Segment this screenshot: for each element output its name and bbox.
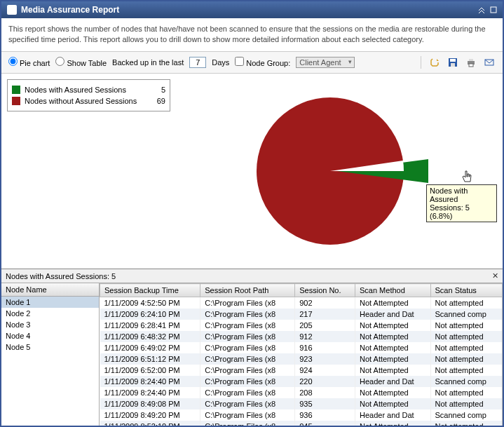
- table-cell: 1/11/2009 8:49:08 PM: [100, 398, 200, 409]
- node-list-header[interactable]: Node Name: [1, 283, 99, 297]
- node-group-select[interactable]: Client Agent: [296, 57, 354, 68]
- table-row[interactable]: 1/11/2009 8:49:20 PMC:\Program Files (x8…: [100, 409, 503, 421]
- maximize-icon[interactable]: [490, 6, 497, 14]
- table-cell: Not attempted: [430, 331, 502, 342]
- table-cell: Not Attempted: [355, 342, 430, 353]
- table-cell: Not Attempted: [355, 398, 430, 409]
- table-cell: 1/11/2009 6:28:41 PM: [100, 320, 200, 331]
- table-cell: Not Attempted: [355, 320, 430, 331]
- table-row[interactable]: 1/11/2009 8:49:08 PMC:\Program Files (x8…: [100, 398, 503, 409]
- col-header[interactable]: Scan Status: [430, 284, 502, 297]
- print-icon[interactable]: [465, 56, 477, 69]
- sessions-grid[interactable]: Session Backup Time Session Root Path Se…: [100, 283, 503, 426]
- table-cell: 1/11/2009 4:52:50 PM: [100, 297, 200, 309]
- table-cell: 1/11/2009 6:49:02 PM: [100, 342, 200, 353]
- legend-row: Nodes with Assured Sessions 5: [12, 84, 165, 95]
- table-cell: Not attempted: [430, 365, 502, 376]
- table-cell: Header and Dat: [355, 309, 430, 320]
- toolbar-separator: [421, 56, 421, 69]
- table-cell: C:\Program Files (x8: [200, 421, 295, 426]
- node-list-items: Node 1 Node 2 Node 3 Node 4 Node 5: [1, 297, 99, 426]
- collapse-icon[interactable]: [477, 6, 486, 14]
- legend-value: 5: [151, 86, 165, 94]
- table-row[interactable]: 1/11/2009 6:49:02 PMC:\Program Files (x8…: [100, 342, 503, 353]
- table-cell: 1/11/2009 8:24:40 PM: [100, 376, 200, 387]
- table-row[interactable]: 1/11/2009 6:48:32 PMC:\Program Files (x8…: [100, 331, 503, 342]
- table-cell: 1/11/2009 8:24:40 PM: [100, 387, 200, 398]
- email-icon[interactable]: [483, 56, 496, 69]
- table-cell: Not Attempted: [355, 331, 430, 342]
- table-cell: C:\Program Files (x8: [200, 320, 295, 331]
- list-item[interactable]: Node 1: [1, 297, 99, 308]
- table-cell: C:\Program Files (x8: [200, 309, 295, 320]
- sessions-table: Session Backup Time Session Root Path Se…: [100, 283, 503, 426]
- pie-chart-radio-input[interactable]: [8, 57, 18, 66]
- table-row[interactable]: 1/11/2009 6:51:12 PMC:\Program Files (x8…: [100, 353, 503, 365]
- col-header[interactable]: Session Root Path: [200, 284, 295, 297]
- table-cell: C:\Program Files (x8: [200, 409, 295, 421]
- table-row[interactable]: 1/11/2009 6:24:10 PMC:\Program Files (x8…: [100, 309, 503, 320]
- table-cell: 1/11/2009 6:24:10 PM: [100, 309, 200, 320]
- table-row[interactable]: 1/11/2009 4:52:50 PMC:\Program Files (x8…: [100, 297, 503, 309]
- table-cell: Not attempted: [430, 297, 502, 309]
- table-cell: Header and Dat: [355, 409, 430, 421]
- legend-swatch: [12, 86, 20, 94]
- pie-chart-label: Pie chart: [20, 59, 50, 67]
- table-cell: C:\Program Files (x8: [200, 398, 295, 409]
- table-cell: 045: [295, 421, 355, 426]
- table-cell: 1/11/2009 8:52:10 PM: [100, 421, 200, 426]
- table-cell: 902: [295, 297, 355, 309]
- table-cell: Header and Dat: [355, 376, 430, 387]
- table-cell: Not attempted: [430, 421, 502, 426]
- table-cell: 1/11/2009 6:52:00 PM: [100, 365, 200, 376]
- table-row[interactable]: 1/11/2009 6:52:00 PMC:\Program Files (x8…: [100, 365, 503, 376]
- table-cell: Not Attempted: [355, 421, 430, 426]
- table-row[interactable]: 1/11/2009 8:24:40 PMC:\Program Files (x8…: [100, 387, 503, 398]
- pie-svg: [246, 90, 428, 252]
- table-cell: Scanned comp: [430, 309, 502, 320]
- col-header[interactable]: Session No.: [295, 284, 355, 297]
- table-cell: 924: [295, 365, 355, 376]
- node-group-checkbox[interactable]: Node Group:: [235, 57, 290, 67]
- show-table-radio[interactable]: Show Table: [55, 57, 107, 67]
- show-table-label: Show Table: [67, 59, 107, 67]
- table-row[interactable]: 1/11/2009 8:24:40 PMC:\Program Files (x8…: [100, 376, 503, 387]
- list-item[interactable]: Node 2: [1, 308, 99, 319]
- list-item[interactable]: Node 3: [1, 319, 99, 330]
- close-icon[interactable]: ✕: [492, 271, 498, 280]
- legend-label: Nodes without Assured Sessions: [25, 97, 147, 105]
- details-header: Nodes with Assured Sessions: 5 ✕: [1, 269, 503, 283]
- table-cell: C:\Program Files (x8: [200, 353, 295, 365]
- table-cell: 1/11/2009 6:48:32 PM: [100, 331, 200, 342]
- legend-row: Nodes without Assured Sessions 69: [12, 95, 165, 107]
- refresh-icon[interactable]: [428, 56, 441, 69]
- backed-up-label: Backed up in the last: [112, 58, 184, 67]
- legend-swatch: [12, 97, 20, 105]
- titlebar: Media Assurance Report: [1, 1, 503, 18]
- legend-label: Nodes with Assured Sessions: [25, 86, 147, 94]
- node-group-checkbox-input[interactable]: [235, 57, 244, 66]
- table-row[interactable]: 1/11/2009 8:52:10 PMC:\Program Files (x8…: [100, 421, 503, 426]
- pie-chart-radio[interactable]: Pie chart: [8, 57, 50, 67]
- table-cell: Not Attempted: [355, 297, 430, 309]
- table-cell: 1/11/2009 8:49:20 PM: [100, 409, 200, 421]
- save-icon[interactable]: [447, 56, 459, 69]
- svg-rect-5: [469, 59, 473, 61]
- table-cell: 912: [295, 331, 355, 342]
- col-header[interactable]: Session Backup Time: [100, 284, 200, 297]
- app-icon: [7, 5, 17, 15]
- pie-chart[interactable]: Nodes with Assured Sessions: 5 (6.8%): [177, 79, 497, 263]
- table-cell: 935: [295, 398, 355, 409]
- days-input[interactable]: [189, 57, 206, 68]
- legend-value: 69: [151, 97, 165, 105]
- chart-tooltip: Nodes with Assured Sessions: 5 (6.8%): [426, 184, 497, 222]
- list-item[interactable]: Node 4: [1, 330, 99, 341]
- show-table-radio-input[interactable]: [55, 57, 64, 66]
- table-cell: Not Attempted: [355, 353, 430, 365]
- list-item[interactable]: Node 5: [1, 341, 99, 353]
- days-unit-label: Days: [212, 58, 229, 67]
- table-cell: Not Attempted: [355, 365, 430, 376]
- col-header[interactable]: Scan Method: [355, 284, 430, 297]
- table-row[interactable]: 1/11/2009 6:28:41 PMC:\Program Files (x8…: [100, 320, 503, 331]
- table-header-row: Session Backup Time Session Root Path Se…: [100, 284, 503, 297]
